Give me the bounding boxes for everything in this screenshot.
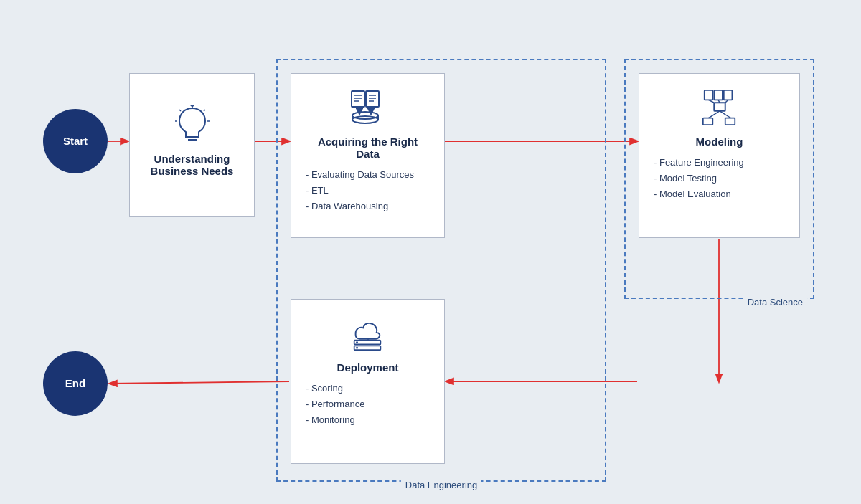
- svg-line-38: [720, 110, 730, 118]
- start-circle: Start: [43, 109, 108, 173]
- business-title: Understanding Business Needs: [144, 153, 240, 177]
- data-science-label: Data Science: [743, 297, 807, 308]
- data-engineering-label: Data Engineering: [401, 480, 481, 490]
- svg-rect-33: [723, 90, 732, 100]
- svg-rect-31: [704, 90, 712, 100]
- diagram: Start End Data Engineering Data Science: [36, 16, 825, 489]
- modeling-title: Modeling: [696, 135, 743, 148]
- svg-rect-20: [366, 91, 379, 107]
- deployment-title: Deployment: [337, 361, 399, 374]
- svg-line-11: [204, 110, 205, 111]
- modeling-icon: [698, 87, 741, 130]
- acquiring-items: - Evaluating Data Sources - ETL - Data W…: [306, 167, 414, 214]
- svg-rect-39: [702, 118, 712, 125]
- svg-rect-30: [714, 103, 725, 111]
- end-label: End: [65, 377, 85, 389]
- svg-rect-32: [714, 90, 723, 100]
- modeling-items: - Feature Engineering - Model Testing - …: [654, 155, 744, 202]
- svg-rect-40: [725, 118, 735, 125]
- svg-line-37: [708, 110, 719, 118]
- svg-line-10: [179, 110, 181, 111]
- end-circle: End: [43, 351, 108, 416]
- start-label: Start: [63, 135, 88, 147]
- business-needs-box: Understanding Business Needs: [129, 73, 255, 217]
- modeling-box: Modeling - Feature Engineering - Model T…: [639, 73, 800, 238]
- svg-point-44: [356, 346, 358, 348]
- deployment-items: - Scoring - Performance - Monitoring: [306, 381, 364, 428]
- acquiring-icon: [347, 87, 390, 130]
- deployment-icon: [347, 313, 390, 356]
- svg-rect-41: [354, 340, 380, 344]
- svg-point-42: [356, 341, 358, 343]
- svg-rect-16: [352, 91, 364, 107]
- business-icon: [171, 104, 214, 147]
- svg-line-4: [110, 381, 289, 384]
- deployment-box: Deployment - Scoring - Performance - Mon…: [291, 299, 445, 464]
- svg-rect-43: [354, 346, 380, 350]
- acquiring-data-box: Acquiring the Right Data - Evaluating Da…: [291, 73, 445, 238]
- acquiring-title: Acquiring the Right Data: [306, 135, 430, 160]
